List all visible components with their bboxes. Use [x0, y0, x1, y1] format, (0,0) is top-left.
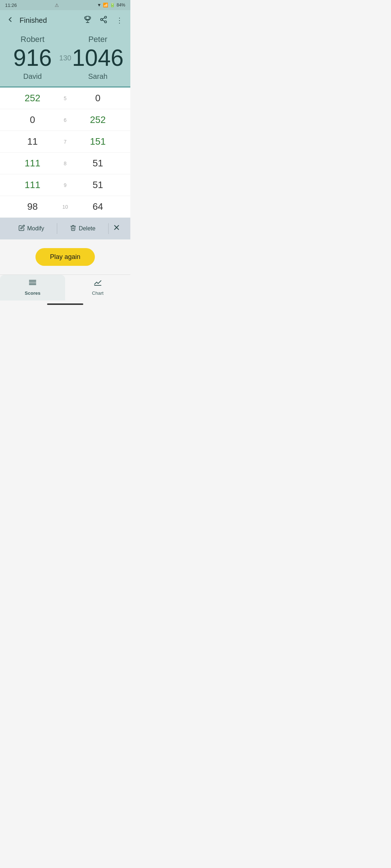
play-again-button[interactable]: Play again — [35, 248, 95, 266]
app-bar-actions: ⋮ — [80, 13, 127, 27]
battery-level: 84% — [117, 3, 125, 8]
round-number: 6 — [59, 117, 71, 123]
player1-sub: David — [6, 72, 59, 81]
nav-scores[interactable]: Scores — [0, 275, 65, 301]
round-left-score: 111 — [6, 179, 59, 191]
svg-line-4 — [102, 20, 105, 21]
player-names-row: Robert Peter — [6, 35, 125, 44]
score-header: Robert Peter 916 130 1046 David Sarah — [0, 30, 130, 88]
chart-label: Chart — [92, 290, 104, 296]
table-row: 11 7 151 — [0, 131, 130, 153]
wifi-icon: ▼ — [97, 3, 101, 8]
total-score-row: 916 130 1046 — [6, 46, 125, 69]
round-right-score: 151 — [71, 136, 125, 147]
round-left-score: 98 — [6, 201, 59, 212]
back-button[interactable] — [4, 14, 17, 27]
bottom-nav: Scores Chart — [0, 275, 130, 301]
trophy-button[interactable] — [80, 13, 95, 27]
round-number: 5 — [59, 95, 71, 101]
warning-icon: ⚠ — [55, 3, 59, 8]
rounds-table: 252 5 0 0 6 252 11 7 151 111 8 51 111 9 … — [0, 88, 130, 218]
round-number: 8 — [59, 161, 71, 166]
app-bar: Finished ⋮ — [0, 10, 130, 30]
round-right-score: 51 — [71, 158, 125, 169]
close-icon — [113, 224, 121, 234]
trophy-icon — [84, 16, 92, 25]
table-row: 111 8 51 — [0, 153, 130, 174]
table-row: 0 6 252 — [0, 109, 130, 131]
svg-line-5 — [102, 17, 105, 19]
round-right-score: 252 — [71, 114, 125, 125]
action-bar: Modify Delete — [0, 218, 130, 239]
share-button[interactable] — [96, 13, 111, 27]
play-again-section: Play again — [0, 239, 130, 275]
more-button[interactable]: ⋮ — [112, 13, 127, 27]
round-right-score: 64 — [71, 201, 125, 212]
round-left-score: 111 — [6, 158, 59, 169]
modify-icon — [18, 225, 25, 233]
delete-label: Delete — [79, 225, 95, 232]
player1-total: 916 — [6, 46, 59, 69]
home-bar-pill — [47, 303, 83, 305]
battery-icon: 🔋 — [110, 3, 115, 8]
home-bar — [0, 301, 130, 308]
table-row: 111 9 51 — [0, 174, 130, 196]
close-button[interactable] — [109, 221, 125, 237]
round-right-score: 0 — [71, 93, 125, 104]
status-icons: ▼ 📶 🔋 84% — [97, 3, 125, 8]
round-number: 9 — [59, 182, 71, 188]
page-title: Finished — [20, 16, 77, 25]
status-time: 11:26 — [5, 3, 17, 8]
modify-button[interactable]: Modify — [6, 225, 57, 233]
status-bar: 11:26 ⚠ ▼ 📶 🔋 84% — [0, 0, 130, 10]
round-left-score: 252 — [6, 93, 59, 104]
round-number: 7 — [59, 139, 71, 145]
table-row: 98 10 64 — [0, 196, 130, 218]
share-icon — [100, 16, 108, 25]
sub-player-names-row: David Sarah — [6, 72, 125, 81]
player2-name: Peter — [71, 35, 125, 44]
round-left-score: 0 — [6, 114, 59, 125]
scores-label: Scores — [25, 290, 40, 296]
back-icon — [6, 16, 14, 25]
player2-sub: Sarah — [71, 72, 125, 81]
modify-label: Modify — [27, 225, 44, 232]
scores-icon — [28, 278, 37, 289]
signal-icon: 📶 — [103, 3, 108, 8]
round-number: 10 — [59, 204, 71, 210]
player1-name: Robert — [6, 35, 59, 44]
score-diff: 130 — [59, 54, 71, 62]
round-right-score: 51 — [71, 179, 125, 191]
round-left-score: 11 — [6, 136, 59, 147]
table-row: 252 5 0 — [0, 88, 130, 109]
delete-icon — [70, 225, 76, 233]
delete-button[interactable]: Delete — [57, 225, 108, 233]
nav-chart[interactable]: Chart — [65, 275, 130, 301]
more-icon: ⋮ — [116, 16, 123, 25]
chart-icon — [93, 278, 102, 289]
player2-total: 1046 — [71, 46, 125, 69]
